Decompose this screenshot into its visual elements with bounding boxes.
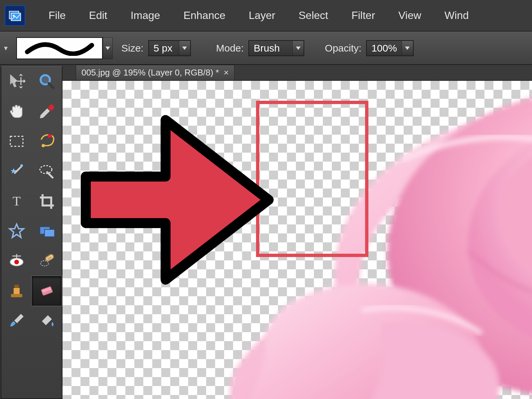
svg-point-25 [14, 260, 19, 264]
menu-bar: File Edit Image Enhance Layer Select Fil… [0, 0, 532, 32]
brush-preset-dropdown[interactable] [103, 37, 113, 59]
straighten-tool[interactable] [32, 216, 62, 246]
annotation-arrow [66, 107, 279, 293]
svg-marker-6 [405, 47, 410, 50]
svg-rect-23 [45, 229, 55, 237]
svg-line-15 [14, 166, 22, 174]
brush-tool[interactable] [1, 306, 32, 336]
menu-enhance[interactable]: Enhance [184, 9, 225, 22]
svg-rect-32 [11, 294, 22, 297]
opacity-label: Opacity: [325, 43, 361, 54]
svg-rect-29 [45, 253, 55, 262]
svg-line-11 [49, 83, 53, 88]
mode-dropdown[interactable] [292, 41, 304, 56]
canvas[interactable] [63, 81, 532, 399]
mode-label: Mode: [216, 43, 244, 54]
clone-stamp-tool[interactable] [1, 276, 32, 306]
red-eye-tool[interactable] [1, 246, 32, 276]
menu-select[interactable]: Select [299, 9, 328, 22]
close-tab-icon[interactable]: × [224, 67, 229, 78]
svg-point-14 [42, 144, 45, 147]
svg-point-2 [13, 15, 15, 17]
opacity-dropdown[interactable] [402, 41, 413, 56]
svg-point-17 [20, 164, 23, 167]
size-label: Size: [121, 43, 144, 54]
document-area: 005.jpg @ 195% (Layer 0, RGB/8) * × [63, 65, 532, 399]
size-dropdown[interactable] [179, 41, 190, 56]
quick-selection-tool[interactable] [32, 156, 62, 186]
svg-marker-5 [296, 47, 301, 50]
menu-file[interactable]: File [49, 9, 66, 22]
rectangular-marquee-tool[interactable] [1, 126, 32, 156]
svg-point-28 [41, 261, 49, 266]
brush-preset-preview[interactable] [16, 37, 103, 59]
svg-point-18 [40, 166, 52, 174]
svg-rect-33 [14, 288, 20, 294]
opacity-field[interactable]: 100% [366, 40, 414, 56]
svg-rect-34 [14, 285, 19, 288]
lasso-tool[interactable] [32, 126, 62, 156]
svg-marker-21 [10, 224, 24, 237]
menu-layer[interactable]: Layer [249, 9, 275, 22]
menu-view[interactable]: View [398, 9, 421, 22]
svg-marker-4 [182, 47, 187, 50]
paint-bucket-tool[interactable] [32, 306, 62, 336]
move-tool[interactable] [1, 66, 32, 96]
eraser-tool[interactable] [32, 276, 62, 306]
annotation-highlight-rect [256, 101, 368, 257]
mode-field[interactable]: Brush [248, 40, 304, 56]
app-logo [5, 5, 25, 26]
zoom-tool[interactable] [32, 66, 62, 96]
magic-wand-tool[interactable] [1, 156, 32, 186]
cookie-cutter-tool[interactable] [1, 216, 32, 246]
document-tab[interactable]: 005.jpg @ 195% (Layer 0, RGB/8) * × [76, 65, 234, 80]
crop-tool[interactable] [32, 186, 62, 216]
mode-value[interactable]: Brush [249, 43, 292, 54]
menu-filter[interactable]: Filter [351, 9, 375, 22]
hand-tool[interactable] [1, 96, 32, 126]
svg-marker-3 [105, 47, 110, 50]
eyedropper-tool[interactable] [32, 96, 62, 126]
document-tab-title: 005.jpg @ 195% (Layer 0, RGB/8) * [81, 67, 219, 78]
svg-rect-13 [48, 134, 52, 138]
image-content [149, 81, 532, 399]
tool-options-bar: ▾ Size: 5 px Mode: Brush Opacity: 100% [0, 32, 532, 65]
type-tool[interactable]: T [1, 186, 32, 216]
menu-edit[interactable]: Edit [89, 9, 107, 22]
spot-healing-tool[interactable] [32, 246, 62, 276]
document-tab-strip: 005.jpg @ 195% (Layer 0, RGB/8) * × [63, 65, 532, 81]
svg-rect-12 [10, 136, 23, 146]
toolbox: T [1, 66, 63, 399]
menu-window[interactable]: Wind [445, 9, 469, 22]
size-field[interactable]: 5 px [148, 40, 191, 56]
opacity-value[interactable]: 100% [367, 43, 402, 54]
menu-image[interactable]: Image [131, 9, 160, 22]
options-menu-icon[interactable]: ▾ [4, 44, 8, 53]
svg-text:T: T [12, 194, 20, 208]
work-area: T 005.jpg @ 195% (Layer 0, RGB/8) * × [0, 65, 532, 399]
size-value[interactable]: 5 px [149, 43, 179, 54]
